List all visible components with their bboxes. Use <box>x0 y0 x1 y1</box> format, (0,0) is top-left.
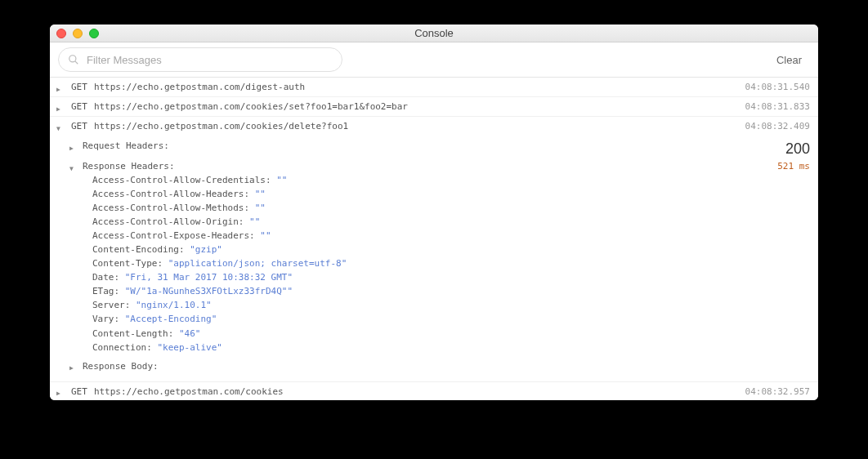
header-key: Vary: <box>92 314 119 324</box>
status-code: 200 <box>785 140 810 158</box>
console-window: Console Clear GET https://echo.getpostma… <box>50 25 818 400</box>
chevron-down-icon[interactable] <box>56 123 65 131</box>
log-time: 04:08:32.957 <box>745 386 810 397</box>
log-url: https://echo.getpostman.com/cookies/set?… <box>94 101 408 112</box>
header-value: "Fri, 31 Mar 2017 10:38:32 GMT" <box>125 272 293 283</box>
header-value: "Accept-Encoding" <box>125 314 217 324</box>
traffic-lights <box>56 29 99 38</box>
toolbar: Clear <box>50 42 818 78</box>
chevron-right-icon[interactable] <box>69 362 78 370</box>
header-value: "keep-alive" <box>157 342 221 353</box>
expanded-details: Request Headers: 200 Response Headers: 5… <box>50 136 818 381</box>
log-method: GET <box>71 101 87 112</box>
log-url: https://echo.getpostman.com/digest-auth <box>94 82 305 92</box>
response-headers-list: Access-Control-Allow-Credentials: "" Acc… <box>50 173 818 354</box>
chevron-right-icon[interactable] <box>56 103 65 111</box>
response-headers-row[interactable]: Response Headers: 521 ms <box>50 159 818 173</box>
log-content: GET https://echo.getpostman.com/digest-a… <box>50 78 818 400</box>
header-key: Access-Control-Allow-Credentials: <box>92 175 271 185</box>
header-key: Content-Type: <box>92 258 163 269</box>
header-value: "" <box>249 216 260 227</box>
window-title: Console <box>50 27 818 39</box>
request-headers-label: Request Headers: <box>83 140 169 151</box>
header-key: Access-Control-Expose-Headers: <box>92 230 255 241</box>
log-time: 04:08:31.540 <box>745 82 810 92</box>
header-value: "" <box>276 175 287 185</box>
header-key: Access-Control-Allow-Methods: <box>92 203 249 213</box>
response-body-label: Response Body: <box>83 361 159 372</box>
svg-point-0 <box>69 56 76 62</box>
log-row-expanded: GET https://echo.getpostman.com/cookies/… <box>50 117 818 382</box>
chevron-right-icon[interactable] <box>56 83 65 91</box>
log-row[interactable]: GET https://echo.getpostman.com/cookies … <box>50 382 818 400</box>
search-input[interactable] <box>58 47 342 72</box>
minimize-button[interactable] <box>73 29 83 38</box>
log-row[interactable]: GET https://echo.getpostman.com/cookies/… <box>50 117 818 136</box>
search-wrap <box>58 47 342 72</box>
search-icon <box>68 54 79 65</box>
log-url: https://echo.getpostman.com/cookies <box>94 386 284 397</box>
chevron-right-icon[interactable] <box>56 387 65 395</box>
log-row[interactable]: GET https://echo.getpostman.com/cookies/… <box>50 97 818 117</box>
header-key: Access-Control-Allow-Headers: <box>92 189 249 199</box>
header-key: Connection: <box>92 342 152 353</box>
close-button[interactable] <box>56 29 66 38</box>
response-headers-label: Response Headers: <box>83 161 175 172</box>
header-value: "W/"1a-NGunheS3XFOtLxz33frD4Q"" <box>125 286 293 296</box>
chevron-right-icon[interactable] <box>69 142 78 150</box>
header-key: Date: <box>92 272 119 283</box>
titlebar: Console <box>50 25 818 42</box>
header-value: "nginx/1.10.1" <box>136 300 212 310</box>
svg-line-1 <box>75 61 78 64</box>
header-value: "gzip" <box>190 244 222 255</box>
maximize-button[interactable] <box>89 29 99 38</box>
latency-value: 521 ms <box>777 161 810 172</box>
log-method: GET <box>71 386 87 397</box>
header-value: "application/json; charset=utf-8" <box>168 258 347 269</box>
request-headers-row[interactable]: Request Headers: 200 <box>50 139 818 159</box>
log-row[interactable]: GET https://echo.getpostman.com/digest-a… <box>50 78 818 97</box>
header-key: Content-Length: <box>92 328 173 339</box>
chevron-down-icon[interactable] <box>69 163 78 171</box>
header-key: Content-Encoding: <box>92 244 185 255</box>
log-method: GET <box>71 121 87 131</box>
header-key: Access-Control-Allow-Origin: <box>92 216 244 227</box>
header-value: "" <box>260 230 271 241</box>
log-url: https://echo.getpostman.com/cookies/dele… <box>94 121 348 131</box>
log-time: 04:08:32.409 <box>745 121 810 131</box>
header-value: "46" <box>179 328 201 339</box>
header-value: "" <box>255 203 266 213</box>
header-value: "" <box>255 189 266 199</box>
header-key: ETag: <box>92 286 119 296</box>
response-body-row[interactable]: Response Body: <box>50 359 818 373</box>
clear-button[interactable]: Clear <box>768 49 810 71</box>
log-method: GET <box>71 82 87 92</box>
log-time: 04:08:31.833 <box>745 101 810 112</box>
header-key: Server: <box>92 300 130 310</box>
